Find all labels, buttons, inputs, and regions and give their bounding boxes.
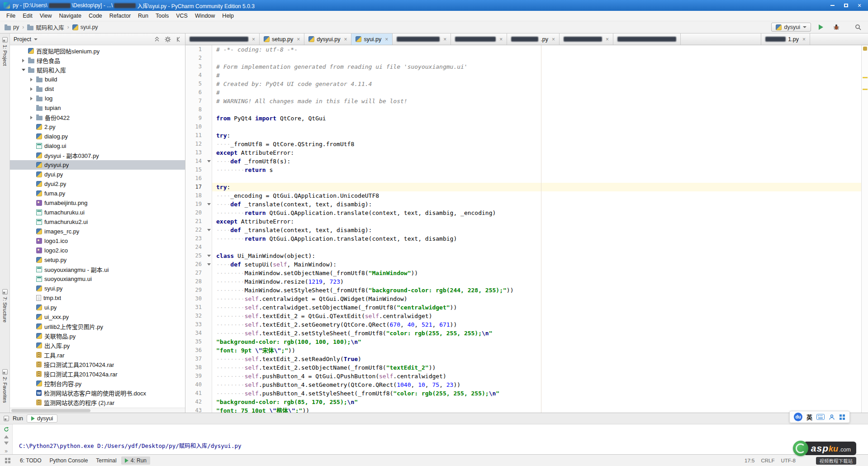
tree-item[interactable]: dyui.py bbox=[10, 170, 185, 179]
toolwindow-button-terminal[interactable]: Terminal bbox=[92, 456, 120, 465]
menu-item-vcs[interactable]: VCS bbox=[172, 12, 191, 20]
tree-item[interactable]: build bbox=[10, 75, 185, 84]
editor-tab-syui-py[interactable]: syui.py× bbox=[351, 33, 393, 45]
tool-window-button-favorites[interactable]: 2: Favorites bbox=[0, 369, 10, 403]
menu-item-run[interactable]: Run bbox=[134, 12, 152, 20]
editor-tab-dysyui-py[interactable]: dysyui.py× bbox=[304, 33, 351, 45]
tree-item[interactable]: 百度贴吧回帖slenium.py bbox=[10, 46, 185, 56]
tree-item[interactable]: setup.py bbox=[10, 255, 185, 265]
debug-button[interactable] bbox=[831, 22, 842, 32]
menu-item-navigate[interactable]: Navigate bbox=[56, 12, 85, 20]
editor-tab-redacted[interactable]: × bbox=[185, 33, 260, 45]
tree-item[interactable]: logo2.ico bbox=[10, 246, 185, 255]
ime-language-indicator[interactable]: 英 bbox=[806, 413, 812, 421]
tree-item[interactable]: fumachuruku.ui bbox=[10, 208, 185, 217]
tree-item[interactable]: tmp.txt bbox=[10, 293, 185, 303]
tree-item[interactable]: dialog.ui bbox=[10, 141, 185, 151]
tree-item[interactable]: suoyouxiangmu - 副本.ui bbox=[10, 265, 185, 274]
close-icon[interactable]: × bbox=[443, 36, 446, 43]
fold-marker-icon[interactable] bbox=[206, 200, 212, 209]
tree-item[interactable]: 出入库.py bbox=[10, 341, 185, 350]
editor-tab-setup-py[interactable]: setup.py× bbox=[260, 33, 304, 45]
minimize-button[interactable] bbox=[825, 1, 839, 10]
toolwindow-button-4-run[interactable]: 4: Run bbox=[121, 456, 150, 465]
horizontal-scrollbar[interactable] bbox=[10, 408, 185, 413]
run-console[interactable]: C:\Python27\python.exe D:/Users/ydf/Desk… bbox=[13, 424, 868, 454]
down-arrow-icon[interactable] bbox=[4, 442, 9, 445]
editor-tab-redacted[interactable]: × bbox=[451, 33, 507, 45]
close-icon[interactable]: × bbox=[252, 36, 255, 43]
scrollbar-thumb[interactable] bbox=[11, 409, 90, 412]
collapse-arrow-icon[interactable] bbox=[21, 69, 26, 71]
menu-item-edit[interactable]: Edit bbox=[19, 12, 36, 20]
run-button[interactable] bbox=[816, 22, 826, 32]
more-icon[interactable]: » bbox=[5, 448, 8, 454]
tree-item[interactable]: images_rc.py bbox=[10, 227, 185, 236]
editor[interactable]: 1# -*- coding: utf-8 -*-23# Form impleme… bbox=[185, 45, 868, 413]
editor-tab-redacted[interactable]: .py× bbox=[507, 33, 560, 45]
tree-item[interactable]: log bbox=[10, 94, 185, 103]
toolwindow-button-6-todo[interactable]: 6: TODO bbox=[16, 456, 45, 465]
hide-panel-icon[interactable] bbox=[176, 37, 181, 42]
tree-item[interactable]: dysyui - 副本0307.py bbox=[10, 151, 185, 160]
baidu-ime-icon[interactable]: du bbox=[794, 413, 802, 421]
tool-window-button-structure[interactable]: 7: Structure bbox=[0, 289, 10, 323]
tree-item[interactable]: dysyui.py bbox=[10, 160, 185, 170]
ime-toolbar[interactable]: du 英 bbox=[789, 411, 850, 423]
close-button[interactable]: × bbox=[853, 1, 866, 10]
close-icon[interactable]: × bbox=[802, 36, 806, 43]
tree-item[interactable]: 绿色食品 bbox=[10, 56, 185, 65]
tree-item[interactable]: 接口测试工具20170424.rar bbox=[10, 360, 185, 369]
close-icon[interactable]: × bbox=[385, 36, 388, 43]
close-icon[interactable]: × bbox=[499, 36, 503, 43]
settings-gear-icon[interactable] bbox=[165, 36, 171, 43]
menu-item-view[interactable]: View bbox=[36, 12, 56, 20]
menu-item-help[interactable]: Help bbox=[218, 12, 237, 20]
maximize-button[interactable] bbox=[839, 1, 853, 10]
expand-arrow-icon[interactable] bbox=[21, 59, 26, 62]
tree-item[interactable]: tupian bbox=[10, 103, 185, 113]
tool-window-button-project[interactable]: 1: Project bbox=[0, 37, 10, 66]
menu-item-tools[interactable]: Tools bbox=[152, 12, 172, 20]
title-bar[interactable]: py - [D:\Users\ \Desktop\py] - ...\ 入库\s… bbox=[0, 0, 868, 11]
code-area[interactable]: 1# -*- coding: utf-8 -*-23# Form impleme… bbox=[185, 45, 861, 413]
tree-item[interactable]: 控制台内容.py bbox=[10, 379, 185, 388]
tree-item[interactable]: 检测网站状态客户端的使用说明书.docx bbox=[10, 388, 185, 398]
expand-arrow-icon[interactable] bbox=[29, 78, 34, 81]
run-configuration-select[interactable]: dysyui bbox=[771, 23, 811, 32]
close-icon[interactable]: × bbox=[606, 36, 609, 43]
toolwindow-switcher-icon[interactable] bbox=[5, 457, 11, 464]
fold-marker-icon[interactable] bbox=[206, 260, 212, 269]
run-tab[interactable]: dysyui bbox=[27, 414, 57, 423]
breadcrumb-item[interactable]: py bbox=[5, 24, 19, 30]
tree-item[interactable]: 备份0422 bbox=[10, 113, 185, 122]
tree-item[interactable]: fumachuruku2.ui bbox=[10, 217, 185, 227]
error-stripe[interactable] bbox=[861, 45, 868, 413]
up-arrow-icon[interactable] bbox=[4, 435, 9, 438]
tree-item[interactable]: 接口测试工具20170424a.rar bbox=[10, 369, 185, 379]
project-view-selector[interactable]: Project bbox=[14, 36, 38, 43]
editor-tab-redacted[interactable]: 1.py× bbox=[761, 33, 810, 45]
close-icon[interactable]: × bbox=[297, 36, 300, 43]
breadcrumb-item[interactable]: 赋码和入库 bbox=[27, 23, 64, 32]
search-everywhere-button[interactable] bbox=[853, 22, 863, 32]
tree-item[interactable]: syui.py bbox=[10, 284, 185, 293]
menu-item-window[interactable]: Window bbox=[191, 12, 218, 20]
menu-item-refactor[interactable]: Refactor bbox=[106, 12, 134, 20]
tree-item[interactable]: 2.py bbox=[10, 122, 185, 132]
tree-item[interactable]: dist bbox=[10, 84, 185, 94]
tree-item[interactable]: suoyouxiangmu.ui bbox=[10, 274, 185, 284]
menu-item-code[interactable]: Code bbox=[85, 12, 106, 20]
person-icon[interactable] bbox=[829, 414, 835, 420]
tree-item[interactable]: dialog.py bbox=[10, 132, 185, 141]
toolwindow-button-python-console[interactable]: Python Console bbox=[46, 456, 92, 465]
expand-arrow-icon[interactable] bbox=[29, 97, 34, 100]
tree-item[interactable]: dyui2.py bbox=[10, 179, 185, 189]
tree-item[interactable]: ui.py bbox=[10, 303, 185, 312]
tree-item[interactable]: ui_xxx.py bbox=[10, 312, 185, 322]
close-icon[interactable]: × bbox=[344, 36, 347, 43]
tree-item[interactable]: fumabeijintu.png bbox=[10, 198, 185, 208]
editor-tab-redacted[interactable]: × bbox=[393, 33, 451, 45]
tree-item[interactable]: logo1.ico bbox=[10, 236, 185, 246]
rerun-icon[interactable] bbox=[3, 427, 9, 432]
